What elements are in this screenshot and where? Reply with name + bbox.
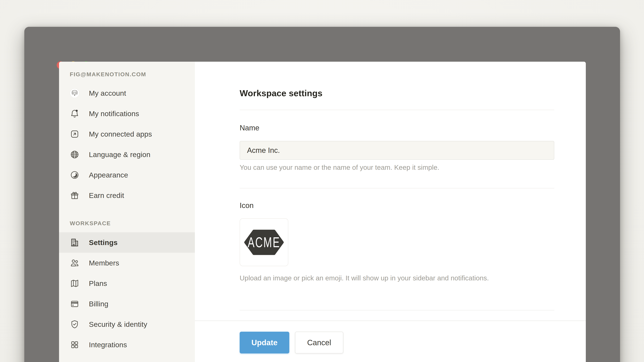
page-title: Workspace settings — [240, 88, 322, 98]
shield-check-icon — [70, 320, 80, 329]
settings-sidebar: FIG@MAKENOTION.COM My account My notific… — [59, 62, 195, 362]
people-icon — [70, 258, 80, 268]
bell-icon — [70, 109, 80, 118]
sidebar-item-label: Settings — [89, 239, 118, 247]
sidebar-item-label: My account — [89, 89, 126, 97]
credit-card-icon — [70, 299, 80, 309]
settings-main-panel: Workspace settings Name You can use your… — [195, 62, 586, 362]
sidebar-item-security-identity[interactable]: Security & identity — [59, 314, 195, 335]
name-field-label: Name — [240, 124, 259, 132]
sidebar-item-label: Billing — [89, 300, 108, 308]
divider — [240, 110, 554, 110]
update-button[interactable]: Update — [240, 332, 289, 354]
account-nav: My account My notifications My connected… — [59, 83, 195, 206]
sidebar-item-label: My notifications — [89, 110, 139, 118]
sidebar-item-integrations[interactable]: Integrations — [59, 335, 195, 355]
icon-helper-text: Upload an image or pick an emoji. It wil… — [240, 273, 516, 284]
arrow-up-right-square-icon — [70, 129, 80, 139]
sidebar-item-members[interactable]: Members — [59, 253, 195, 273]
sidebar-item-my-account[interactable]: My account — [59, 83, 195, 103]
sidebar-item-label: Language & region — [89, 150, 150, 159]
sidebar-item-earn-credit[interactable]: Earn credit — [59, 185, 195, 206]
acme-logo-icon: ACME — [244, 227, 284, 258]
cancel-button[interactable]: Cancel — [295, 332, 343, 354]
svg-text:ACME: ACME — [248, 234, 280, 250]
workspace-section-label: WORKSPACE — [70, 220, 111, 227]
divider — [240, 188, 554, 188]
screen: FIG@MAKENOTION.COM My account My notific… — [0, 0, 644, 362]
sidebar-item-billing[interactable]: Billing — [59, 294, 195, 314]
dialog-actions: Update Cancel — [240, 332, 343, 354]
sidebar-item-label: Plans — [89, 279, 107, 288]
app-window: FIG@MAKENOTION.COM My account My notific… — [24, 27, 620, 362]
sidebar-item-settings[interactable]: Settings — [59, 232, 195, 253]
sidebar-item-label: Security & identity — [89, 320, 147, 329]
gift-icon — [70, 191, 80, 200]
divider — [240, 310, 554, 310]
building-icon — [70, 238, 80, 247]
settings-dialog: FIG@MAKENOTION.COM My account My notific… — [59, 62, 586, 362]
sidebar-item-my-connected-apps[interactable]: My connected apps — [59, 124, 195, 144]
sidebar-item-label: Appearance — [89, 171, 128, 179]
account-email: FIG@MAKENOTION.COM — [70, 71, 146, 78]
sidebar-item-plans[interactable]: Plans — [59, 273, 195, 294]
sidebar-item-label: Integrations — [89, 341, 127, 349]
sidebar-item-label: My connected apps — [89, 130, 152, 138]
workspace-icon-tile[interactable]: ACME — [240, 218, 288, 266]
sidebar-item-appearance[interactable]: Appearance — [59, 165, 195, 185]
map-icon — [70, 279, 80, 288]
workspace-nav: Settings Members Plans Billing Security … — [59, 232, 195, 355]
sidebar-item-language-region[interactable]: Language & region — [59, 144, 195, 165]
sidebar-item-label: Members — [89, 259, 119, 267]
avatar-dog-icon — [70, 88, 80, 98]
workspace-name-input[interactable] — [240, 141, 554, 160]
icon-field-label: Icon — [240, 201, 254, 210]
grid-icon — [70, 340, 80, 350]
sidebar-item-my-notifications[interactable]: My notifications — [59, 103, 195, 124]
name-helper-text: You can use your name or the name of you… — [240, 162, 439, 173]
moon-circle-icon — [70, 170, 80, 180]
footer-divider — [195, 321, 586, 321]
sidebar-item-label: Earn credit — [89, 191, 124, 200]
globe-icon — [70, 150, 80, 159]
